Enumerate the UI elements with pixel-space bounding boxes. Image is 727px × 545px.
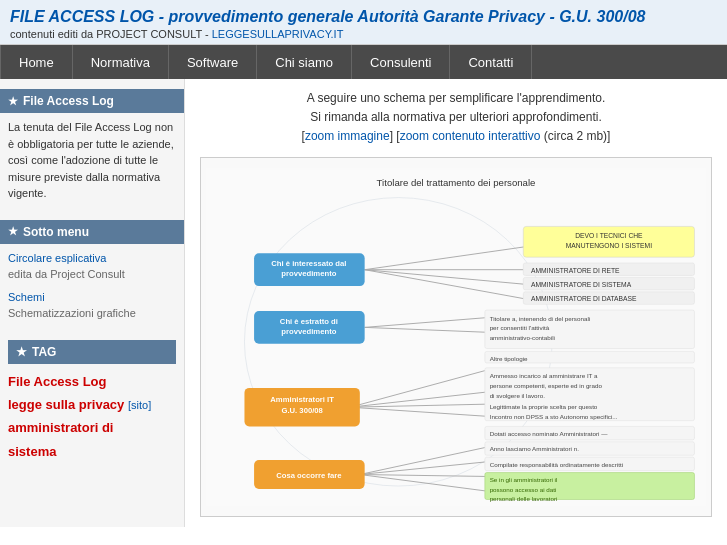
tag-section-title: TAG — [32, 345, 56, 359]
sidebar-fal-title: File Access Log — [23, 94, 114, 108]
zoom-image-link[interactable]: zoom immagine — [305, 129, 390, 143]
main-layout: ★ File Access Log La tenuta del File Acc… — [0, 79, 727, 527]
content-area: A seguire uno schema per semplificare l'… — [185, 79, 727, 527]
sidebar-fal-text: La tenuta del File Access Log non è obbl… — [8, 121, 174, 199]
svg-text:Amministratori IT: Amministratori IT — [270, 395, 334, 404]
sidebar-fal-body: La tenuta del File Access Log non è obbl… — [0, 119, 184, 208]
svg-text:AMMINISTRATORE DI SISTEMA: AMMINISTRATORE DI SISTEMA — [531, 281, 632, 288]
svg-text:per consentiti l'attività: per consentiti l'attività — [490, 324, 550, 331]
fal-icon: ★ — [8, 95, 18, 108]
sidebar-section-file-access-log: ★ File Access Log La tenuta del File Acc… — [0, 89, 184, 208]
schemi-sublabel: Schematizzazioni grafiche — [8, 307, 136, 319]
svg-text:Incontro non DPSS a sto Autono: Incontro non DPSS a sto Autonomo specifi… — [490, 412, 618, 419]
mindmap-container: Titolare del trattamento dei personale — [200, 157, 712, 517]
svg-text:Altre tipologie: Altre tipologie — [490, 355, 528, 362]
svg-text:Se in gli amministratori il: Se in gli amministratori il — [490, 476, 558, 483]
nav-chi-siamo[interactable]: Chi siamo — [257, 45, 352, 79]
nav-contatti[interactable]: Contatti — [450, 45, 532, 79]
tag-icon: ★ — [16, 345, 27, 359]
page-header: FILE ACCESS LOG - provvedimento generale… — [0, 0, 727, 45]
svg-text:Dotati accesso nominato Ammini: Dotati accesso nominato Amministratori — — [490, 430, 609, 437]
svg-text:amministrativo-contabili: amministrativo-contabili — [490, 333, 555, 340]
svg-text:Titolare del trattamento dei p: Titolare del trattamento dei personale — [377, 177, 536, 188]
content-intro: A seguire uno schema per semplificare l'… — [200, 89, 712, 147]
svg-text:persone competenti, esperte ed: persone competenti, esperte ed in grado — [490, 382, 603, 389]
tag-legge-privacy[interactable]: legge sulla privacy — [8, 397, 124, 412]
subtitle-prefix: contenuti editi da PROJECT CONSULT - — [10, 28, 212, 40]
intro-line-1: A seguire uno schema per semplificare l'… — [200, 89, 712, 108]
svg-text:AMMINISTRATORE DI DATABASE: AMMINISTRATORE DI DATABASE — [531, 295, 637, 302]
svg-text:Titolare a, intenendo di del p: Titolare a, intenendo di del personali — [490, 314, 591, 321]
svg-text:Chi è interessato dal: Chi è interessato dal — [271, 258, 346, 267]
mindmap-svg: Titolare del trattamento dei personale — [206, 163, 706, 511]
sidebar-sotto-menu-title: Sotto menu — [23, 225, 89, 239]
schemi-link[interactable]: Schemi — [8, 291, 45, 303]
subtitle-link[interactable]: LEGGESULLAPRIVACY.IT — [212, 28, 344, 40]
list-item: Schemi Schematizzazioni grafiche — [8, 289, 176, 322]
zoom-interactive-link[interactable]: zoom contenuto interattivo — [400, 129, 541, 143]
tag-file-access-log[interactable]: File Access Log — [8, 374, 107, 389]
zoom-links: [zoom immagine] [zoom contenuto interatt… — [200, 127, 712, 146]
svg-text:personali delle lavoratori: personali delle lavoratori — [490, 495, 558, 502]
page-title: FILE ACCESS LOG - provvedimento generale… — [10, 8, 717, 26]
sidebar-section-sotto-menu: ★ Sotto menu Circolare esplicativa edita… — [0, 220, 184, 328]
nav-normativa[interactable]: Normativa — [73, 45, 169, 79]
sidebar-sotto-menu-body: Circolare esplicativa edita da Project C… — [0, 250, 184, 328]
svg-text:DEVO I TECNICI CHE: DEVO I TECNICI CHE — [575, 232, 643, 239]
sotto-menu-icon: ★ — [8, 225, 18, 238]
nav-software[interactable]: Software — [169, 45, 257, 79]
svg-text:provvedimento: provvedimento — [281, 327, 336, 336]
svg-text:MANUTENGONO I SISTEMI: MANUTENGONO I SISTEMI — [566, 241, 652, 248]
intro-line-2: Si rimanda alla normativa per ulteriori … — [200, 108, 712, 127]
svg-text:Chi è estratto di: Chi è estratto di — [280, 316, 338, 325]
svg-text:Anno lasciamo Amministratori n: Anno lasciamo Amministratori n. — [490, 445, 580, 452]
svg-text:G.U. 300/08: G.U. 300/08 — [281, 406, 323, 415]
sidebar: ★ File Access Log La tenuta del File Acc… — [0, 79, 185, 527]
nav-consulenti[interactable]: Consulenti — [352, 45, 450, 79]
svg-text:Ammesso incarico al amministra: Ammesso incarico al amministrare IT a — [490, 372, 598, 379]
sidebar-sotto-menu-header: ★ Sotto menu — [0, 220, 184, 244]
svg-text:AMMINISTRATORE DI RETE: AMMINISTRATORE DI RETE — [531, 266, 620, 273]
svg-text:di svolgere il lavoro.: di svolgere il lavoro. — [490, 391, 545, 398]
tag-links: File Access Log legge sulla privacy [sit… — [8, 370, 176, 464]
main-nav: Home Normativa Software Chi siamo Consul… — [0, 45, 727, 79]
tag-amministratori[interactable]: amministratori disistema — [8, 420, 113, 458]
tag-sito[interactable]: [sito] — [128, 399, 151, 411]
sidebar-tag-section: ★ TAG File Access Log legge sulla privac… — [0, 340, 184, 464]
svg-text:possono accesso ai dati: possono accesso ai dati — [490, 485, 557, 492]
tag-section-header: ★ TAG — [8, 340, 176, 364]
svg-text:provvedimento: provvedimento — [281, 269, 336, 278]
list-item: Circolare esplicativa edita da Project C… — [8, 250, 176, 283]
svg-text:Cosa occorre fare: Cosa occorre fare — [276, 471, 342, 480]
circolare-sublabel: edita da Project Consult — [8, 268, 125, 280]
nav-home[interactable]: Home — [0, 45, 73, 79]
sidebar-section-header-fal: ★ File Access Log — [0, 89, 184, 113]
svg-text:Compilate responsabilità ordin: Compilate responsabilità ordinatamente d… — [490, 460, 623, 467]
circolare-link[interactable]: Circolare esplicativa — [8, 252, 106, 264]
page-subtitle: contenuti editi da PROJECT CONSULT - LEG… — [10, 28, 717, 40]
svg-text:Legittimate la proprie scelta : Legittimate la proprie scelta per questo — [490, 403, 598, 410]
